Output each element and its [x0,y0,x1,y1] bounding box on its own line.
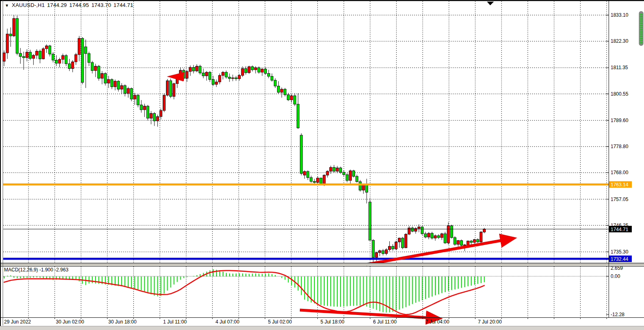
collapse-triangle-icon[interactable]: ▼ [5,3,9,8]
candle [166,79,169,96]
candle [271,73,273,81]
candle [437,234,440,239]
candle [114,79,116,90]
candle [68,59,71,71]
price-badge-label: 1744.71 [611,227,629,232]
candle [398,238,401,248]
time-axis-label: 6 Jul 11:00 [373,319,397,325]
candle [326,170,329,177]
candle [248,66,250,74]
candle-body [199,66,201,73]
candle-body [137,95,139,105]
candle [189,66,192,76]
candle-body [369,202,371,240]
candle [199,65,201,74]
time-axis-label: 30 Jun 18:00 [108,319,137,325]
candle [16,15,18,55]
candle [55,55,57,66]
candle-body [150,114,152,118]
candle-body [457,240,459,245]
scroll-indicator[interactable] [639,11,643,46]
top-triangle-marker[interactable] [487,2,494,5]
time-axis-label: 4 Jul 07:00 [216,319,240,325]
red-arrowhead-annotation[interactable] [167,72,184,81]
candle [156,115,159,127]
candle-body [111,79,113,87]
candle-body [300,135,303,173]
candle [212,76,214,86]
candle [62,54,64,64]
candle [402,237,404,249]
price-axis-label: 1822.30 [611,38,629,44]
candle [153,112,155,126]
candle-body [231,78,234,79]
candle-body [55,60,57,63]
candle-body [330,167,332,171]
time-axis-label: 1 Jul 11:00 [163,319,187,325]
candle-body [392,246,394,249]
candle-body [173,83,175,96]
candle [352,170,355,177]
macd-axis-zero-label: 0.00 [611,273,620,279]
candle-body [424,234,427,237]
candle [88,52,90,66]
price-axis-label: 1768.00 [611,170,629,175]
candle-body [450,226,453,238]
candle [307,170,309,180]
candle [460,240,463,247]
candle [85,39,87,88]
candle-body [9,34,12,36]
candle-body [389,246,391,249]
candle [72,60,74,72]
candle [39,50,41,63]
candle [408,226,410,235]
candle [75,53,77,65]
candle [222,71,224,80]
candle-body [45,46,48,49]
candle-body [75,55,77,62]
price-badge: 1763.14 [609,181,632,188]
candle-body [362,185,365,190]
candle-body [114,81,116,87]
panel-splitter[interactable] [0,263,644,266]
candle-body [143,106,146,110]
price-axis-label: 1811.35 [611,65,628,70]
candle-body [343,172,345,175]
candle-body [3,53,5,61]
candle-body [235,78,237,79]
candle-body [26,52,28,58]
price-badge: 1744.71 [609,226,632,232]
symbol-timeframe-label: XAUUSD-,H1 [12,2,45,8]
quote-open: 1744.29 [47,2,67,8]
candle-body [163,95,165,110]
candle [192,65,195,74]
candle-body [454,238,456,245]
candle [146,105,149,121]
candle [170,79,172,98]
candle-body [460,240,463,245]
candle [480,231,482,243]
candle-body [42,49,44,59]
candle-body [402,238,404,248]
candle-body [65,55,68,63]
candle-body [245,69,247,73]
candle-body [411,228,414,231]
candle-body [225,72,227,77]
candle-body [336,168,338,171]
candle [120,83,123,94]
candle-body [258,68,260,72]
candle-body [6,34,9,52]
candle [300,133,303,175]
candle [365,179,368,203]
candle [254,66,257,74]
candle [359,180,361,192]
candle [137,94,139,107]
quote-high: 1744.95 [69,2,89,8]
candle-body [166,81,169,95]
candle-body [365,185,368,192]
candle [382,249,384,256]
candle [424,232,427,238]
candle-body [202,73,205,76]
candle-body [159,111,162,117]
candle [290,94,293,103]
